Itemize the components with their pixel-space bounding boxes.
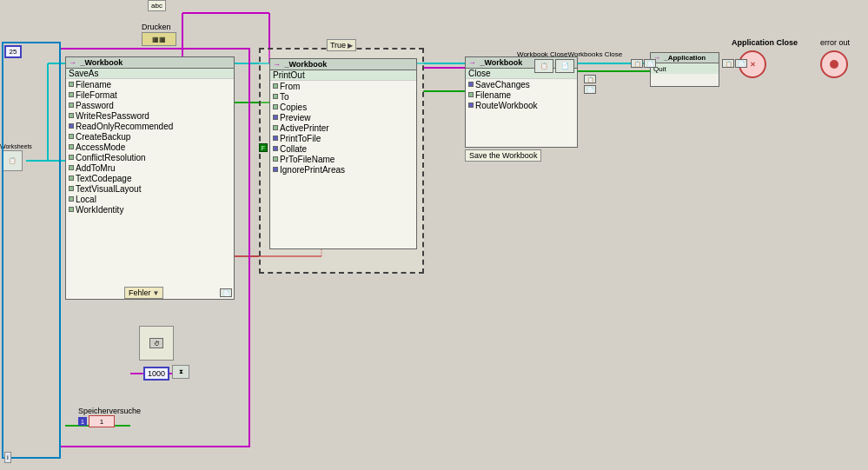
num-25-const: 25 — [4, 45, 22, 58]
saveas-filename-row: Filename — [66, 79, 234, 89]
saveas-icon: 📄 — [220, 288, 232, 298]
fehler-label: Fehler — [129, 288, 151, 297]
outer-blue-loop — [2, 42, 61, 459]
printout-preview-row: Preview — [270, 112, 416, 122]
printout-method-row: PrintOut — [270, 70, 416, 81]
close-filename-row: Filename — [466, 89, 577, 100]
close-savechanges-row: SaveChanges — [466, 79, 577, 89]
f-indicator: F — [259, 143, 268, 152]
app-ricon2: 📄 — [735, 59, 747, 68]
drucken-label: Drucken — [142, 23, 171, 31]
app-close-label: Application Close — [732, 38, 798, 47]
app-left-icons: 📋 📄 — [631, 59, 656, 68]
workbooks-close-label: Workbook CloseWorkbooks Close — [517, 50, 622, 58]
abc-label: abc — [148, 0, 166, 11]
app-icon1: 📋 — [631, 59, 643, 68]
num-1000-value: 1000 — [143, 367, 169, 381]
saveas-fileformat-row: FileFormat — [66, 89, 234, 100]
drucken-icon[interactable]: ▦▦ — [142, 32, 176, 46]
workbook-saveas-header: → _Workbook — [66, 57, 234, 69]
wbc-icon1: 📋 — [534, 59, 553, 73]
app-ricon1: 📋 — [722, 59, 734, 68]
printout-printtofile-row: PrintToFile — [270, 133, 416, 143]
saveas-addtomru-row: AddToMru — [66, 162, 234, 173]
printout-activeprinter-row: ActivePrinter — [270, 122, 416, 133]
printout-from-row: From — [270, 81, 416, 91]
workbook-saveas-block: → _Workbook SaveAs Filename FileFormat P… — [65, 56, 235, 300]
error-dot — [830, 60, 838, 69]
saveas-writeres-row: WriteResPassword — [66, 110, 234, 121]
speicherversuche-index: 1 — [78, 417, 87, 426]
fehler-arrow: ▼ — [153, 289, 160, 297]
printout-header: → _Workbook — [270, 59, 416, 70]
application-block: → _Application Quit — [650, 52, 719, 87]
num-25-value: 25 — [4, 45, 22, 58]
close-icon1: 📋 — [584, 75, 596, 83]
saveas-workidentity-row: WorkIdentity — [66, 204, 234, 215]
saveas-createbackup-row: CreateBackup — [66, 131, 234, 142]
labview-canvas: { "title": "LabVIEW Block Diagram", "blo… — [0, 0, 868, 470]
true-arrow: ▶ — [348, 42, 353, 50]
saveas-password-row: Password — [66, 100, 234, 110]
save-workbook-label: Save the Workbook — [465, 149, 541, 162]
timer-icon2: ⧗ — [172, 365, 189, 379]
timer-inner: ⏱ — [149, 338, 163, 348]
close-icon2: 📄 — [584, 85, 596, 94]
num-constant-1000: 1000 — [143, 367, 169, 381]
saveas-local-row: Local — [66, 194, 234, 204]
speicherversuche-box: 1 1 — [78, 415, 115, 427]
saveas-method-row: SaveAs — [66, 69, 234, 79]
printout-copies-row: Copies — [270, 102, 416, 112]
speicherversuche-label: Speicherversuche — [78, 407, 141, 415]
i-indicator-blue: i — [4, 452, 11, 463]
saveas-conflictres-row: ConflictResolution — [66, 152, 234, 162]
fehler-selector[interactable]: Fehler ▼ — [124, 287, 163, 299]
error-out-label: error out — [820, 38, 850, 47]
workbooks-close-icons: 📋 📄 — [534, 59, 574, 73]
printout-prtofilename-row: PrToFileName — [270, 154, 416, 164]
saveas-accessmode-row: AccessMode — [66, 142, 234, 152]
app-icon2: 📄 — [644, 59, 656, 68]
printout-ignoreprint-row: IgnorePrintAreas — [270, 164, 416, 175]
false-indicator: F — [259, 143, 268, 152]
workbook-printout-block: → _Workbook PrintOut From To Copies Prev… — [269, 58, 417, 249]
saveas-readonly-row: ReadOnlyRecommended — [66, 121, 234, 131]
saveas-textvisual-row: TextVisualLayout — [66, 183, 234, 194]
app-right-icons: 📋 📄 — [722, 59, 747, 68]
saveas-textcodepage-row: TextCodepage — [66, 173, 234, 183]
timer-icon: ⏱ — [139, 326, 174, 361]
application-header: → _Application — [651, 53, 719, 63]
wbc-icon2: 📄 — [555, 59, 574, 73]
close-right-icons: 📋 📄 — [584, 75, 596, 94]
true-case-structure: True ▶ → _Workbook PrintOut From To Copi… — [259, 48, 424, 274]
printout-to-row: To — [270, 91, 416, 102]
error-out-icon — [820, 50, 848, 78]
true-label: True — [330, 41, 346, 50]
printout-collate-row: Collate — [270, 143, 416, 154]
true-selector[interactable]: True ▶ — [327, 39, 356, 51]
speicherversuche-value: 1 — [89, 415, 115, 427]
close-routeworkbook-row: RouteWorkbook — [466, 100, 577, 110]
application-quit-row: Quit — [651, 63, 719, 74]
i-value: i — [4, 452, 11, 463]
